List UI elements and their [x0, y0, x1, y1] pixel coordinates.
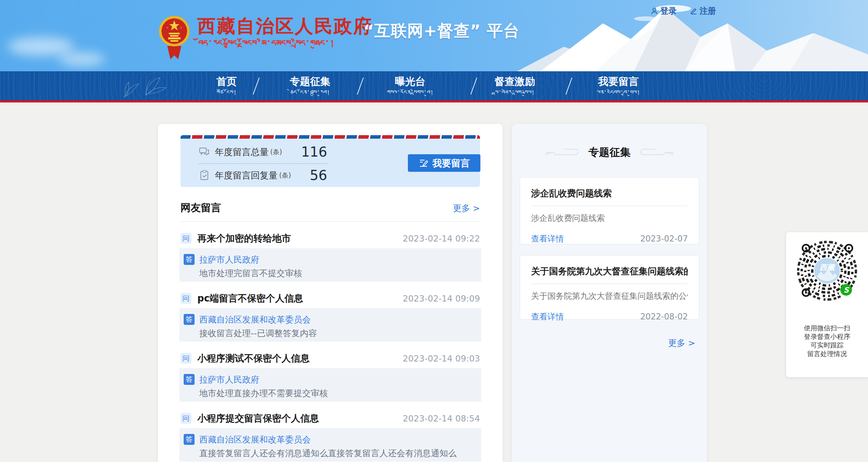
- topic-description: 关于国务院第九次大督查征集问题线索的公告: [531, 291, 688, 302]
- nav-item-exposure[interactable]: 曝光台 གསལ་འདོན་སྟེགས་བུ།: [367, 75, 453, 98]
- topic-title[interactable]: 涉企乱收费问题线索: [531, 188, 688, 199]
- question-title[interactable]: 再来个加密的转给地市: [197, 232, 291, 245]
- message-item: 问 小程序提交留言保密个人信息 2023-02-14 08:54 答 西藏自治区…: [181, 410, 480, 462]
- view-details-link[interactable]: 查看详情: [531, 311, 564, 322]
- answer-text: 接收留言处理--已调整答复内容: [199, 328, 473, 339]
- answer-text: 地市处理直接办理不需要提交审核: [199, 388, 473, 399]
- question-badge: 问: [181, 413, 191, 424]
- login-link[interactable]: 登录: [650, 5, 677, 16]
- stat-reply-row: 年度留言回复量 (条) 56: [198, 167, 327, 183]
- topic-card: 涉企乱收费问题线索 涉企乱收费问题线索 查看详情 2023-02-07: [520, 177, 699, 244]
- leave-message-button-label: 我要留言: [432, 157, 470, 169]
- question-time: 2023-02-14 09:03: [403, 354, 480, 363]
- cloud-decoration: [58, 53, 105, 66]
- nav-label-tibetan: ལྟ་བཤེར་ལྷག་སྐུལ།: [472, 88, 558, 98]
- topic-divider: [531, 284, 688, 284]
- answer-agency-link[interactable]: 拉萨市人民政府: [199, 254, 259, 266]
- topic-card: 关于国务院第九次大督查征集问题线索的公告 关于国务院第九次大督查征集问题线索的公…: [520, 255, 699, 319]
- answer-badge: 答: [184, 374, 195, 385]
- view-details-link[interactable]: 查看详情: [531, 233, 564, 244]
- site-title: 西藏自治区人民政府: [197, 14, 373, 39]
- topbar-auth: 登录 注册: [650, 5, 716, 16]
- nav-divider: [357, 78, 364, 95]
- stats-box: 年度留言总量 (条) 116 年度留言回复量 (条) 56 我要留: [181, 135, 480, 187]
- answer-agency-link[interactable]: 拉萨市人民政府: [199, 374, 259, 386]
- stats-divider: [198, 163, 327, 164]
- user-icon: [650, 7, 658, 15]
- topic-date: 2023-02-07: [640, 234, 688, 243]
- nav-label-tibetan: ཆེད་དོན་བསྡུ་རུབ།: [267, 88, 353, 98]
- cloud-decoration: [8, 37, 74, 56]
- svg-text:西藏: 西藏: [820, 263, 836, 272]
- main-nav: 首页 གཙོ་ངོས། 专题征集 ཆེད་དོན་བསྡུ་རུབ། 曝光台 ག…: [0, 71, 868, 102]
- topic-description: 涉企乱收费问题线索: [531, 213, 688, 224]
- site-title-tibetan: བོད་རང་སྐྱོང་ལྗོངས་མི་དམངས་སྲིད་གཞུང་།: [198, 38, 335, 49]
- nav-item-leave-message[interactable]: 我要留言 ལན་འདེབས་བྱ་ཡུལ།: [576, 75, 661, 98]
- answer-agency-link[interactable]: 西藏自治区发展和改革委员会: [199, 434, 311, 446]
- stats-stripe-border: [181, 135, 480, 139]
- nav-divider: [565, 78, 572, 95]
- stat-total-value: 116: [301, 144, 327, 160]
- answer-block: 答 拉萨市人民政府 地市处理完留言不提交审核: [179, 248, 481, 282]
- qr-line: 留言处理情况: [786, 349, 868, 358]
- nav-label: 督查激励: [472, 75, 558, 88]
- answer-text: 地市处理完留言不提交审核: [199, 268, 473, 279]
- message-item: 问 pc端留言不保密个人信息 2023-02-14 09:09 答 西藏自治区发…: [181, 290, 480, 342]
- answer-block: 答 拉萨市人民政府 地市处理直接办理不需要提交审核: [179, 368, 481, 402]
- nav-item-topics[interactable]: 专题征集 ཆེད་དོན་བསྡུ་རུབ།: [267, 75, 353, 98]
- cloud-ornament-right: [638, 146, 677, 158]
- nav-label-tibetan: གསལ་འདོན་སྟེགས་བུ།: [367, 88, 453, 98]
- question-badge: 问: [181, 293, 191, 304]
- topics-more-link[interactable]: 更多 >: [520, 337, 699, 349]
- nav-label-tibetan: ལན་འདེབས་བྱ་ཡུལ།: [576, 88, 661, 98]
- question-title[interactable]: pc端留言不保密个人信息: [197, 292, 303, 305]
- pencil-icon: [690, 7, 698, 15]
- qr-instructions: 使用微信扫一扫 登录督查小程序 可实时跟踪 留言处理情况: [786, 324, 868, 358]
- stat-reply-value: 56: [310, 168, 327, 183]
- cloud-ornament-left: [542, 146, 581, 158]
- answer-block: 答 西藏自治区发展和改革委员会 接收留言处理--已调整答复内容: [179, 308, 481, 342]
- messages-panel: 年度留言总量 (条) 116 年度留言回复量 (条) 56 我要留: [158, 124, 503, 462]
- chat-bubbles-icon: [198, 146, 210, 158]
- topic-title[interactable]: 关于国务院第九次大督查征集问题线索的公告: [531, 266, 688, 277]
- wechat-qr-panel: 西藏 S 使用微信扫一扫 登录督查小程序 可实时跟踪 留言处理情况: [786, 232, 868, 377]
- topics-panel: 专题征集 涉企乱收费问题线索 涉企乱收费问题线索 查看详情 2023-02-07…: [512, 124, 707, 462]
- national-emblem: [159, 10, 190, 60]
- question-time: 2023-02-14 09:09: [403, 294, 480, 303]
- topic-divider: [531, 206, 688, 206]
- question-time: 2023-02-14 09:22: [403, 234, 480, 243]
- leave-message-button[interactable]: 我要留言: [408, 154, 480, 172]
- answer-agency-link[interactable]: 西藏自治区发展和改革委员会: [199, 314, 311, 326]
- platform-title: “互联网+督查” 平台: [363, 20, 520, 42]
- topic-date: 2022-08-02: [640, 312, 688, 321]
- register-label: 注册: [700, 5, 716, 16]
- message-item: 问 再来个加密的转给地市 2023-02-14 09:22 答 拉萨市人民政府 …: [181, 230, 480, 282]
- messages-more-link[interactable]: 更多 >: [453, 203, 480, 214]
- question-title[interactable]: 小程序提交留言保密个人信息: [197, 412, 319, 425]
- question-title[interactable]: 小程序测试不保密个人信息: [197, 352, 310, 365]
- messages-section-title: 网友留言: [181, 201, 221, 215]
- answer-badge: 答: [184, 434, 195, 445]
- login-label: 登录: [660, 5, 677, 16]
- question-time: 2023-02-14 08:54: [403, 414, 480, 423]
- answer-badge: 答: [184, 254, 195, 265]
- qr-line: 使用微信扫一扫: [786, 324, 868, 332]
- message-item: 问 小程序测试不保密个人信息 2023-02-14 09:03 答 拉萨市人民政…: [181, 350, 480, 402]
- clipboard-check-icon: [198, 169, 210, 181]
- nav-label: 专题征集: [267, 75, 353, 88]
- nav-item-incentive[interactable]: 督查激励 ལྟ་བཤེར་ལྷག་སྐུལ།: [472, 75, 558, 98]
- answer-badge: 答: [184, 314, 195, 325]
- nav-label: 曝光台: [367, 75, 453, 88]
- answer-block: 答 西藏自治区发展和改革委员会 直接答复留言人还会有消息通知么直接答复留言人还会…: [179, 428, 481, 462]
- nav-item-home[interactable]: 首页 གཙོ་ངོས།: [184, 75, 269, 98]
- svg-text:S: S: [843, 286, 849, 294]
- header-banner: 登录 注册 西藏自治区人民政府 བོད་རང་སྐྱོང་ལྗོངས་མི་དམ…: [0, 0, 868, 71]
- question-badge: 问: [181, 353, 191, 364]
- answer-text: 直接答复留言人还会有消息通知么直接答复留言人还会有消息通知么: [199, 448, 473, 459]
- stat-total-row: 年度留言总量 (条) 116: [198, 144, 327, 160]
- wechat-qr-code: 西藏 S: [794, 238, 860, 303]
- nav-label: 我要留言: [576, 75, 661, 88]
- qr-line: 登录督查小程序: [786, 332, 868, 341]
- pen-paper-icon: [418, 158, 429, 168]
- register-link[interactable]: 注册: [690, 5, 716, 16]
